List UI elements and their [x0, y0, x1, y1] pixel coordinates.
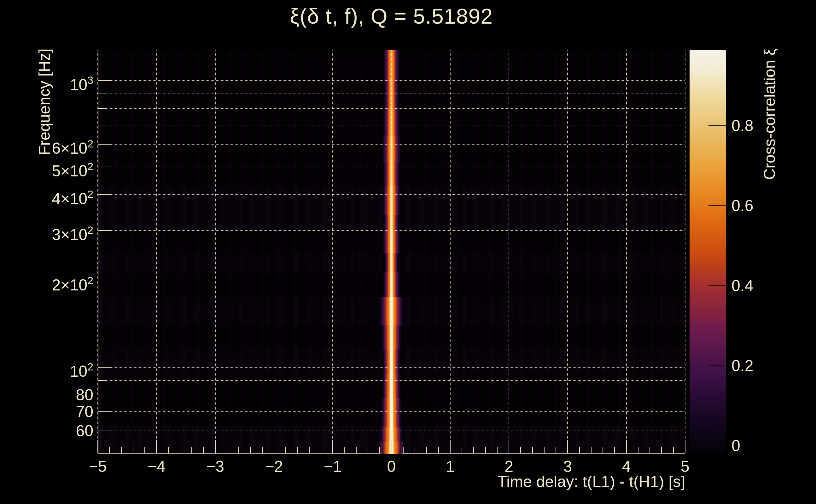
y-minor-tick — [98, 380, 106, 381]
x-tick-label: 1 — [425, 457, 475, 476]
x-minor-tick — [497, 447, 497, 453]
x-minor-tick — [144, 447, 145, 453]
x-minor-tick — [121, 447, 122, 453]
x-minor-tick — [191, 447, 192, 453]
x-tick-label: 5 — [660, 457, 710, 476]
y-gridline — [98, 367, 685, 368]
x-minor-tick — [650, 447, 650, 453]
x-major-tick — [332, 440, 333, 453]
y-gridline — [98, 431, 685, 431]
x-minor-tick — [520, 447, 521, 453]
x-minor-tick — [133, 447, 133, 453]
y-minor-tick — [98, 94, 106, 94]
y-gridline — [98, 281, 685, 281]
x-minor-tick — [368, 447, 368, 453]
x-major-tick — [450, 440, 451, 453]
colorbar — [690, 50, 726, 454]
y-gridline — [98, 125, 685, 125]
y-tick-label: 3×102 — [13, 221, 93, 240]
x-minor-tick — [532, 447, 533, 453]
x-minor-tick — [297, 447, 298, 453]
x-minor-tick — [438, 447, 439, 453]
y-major-tick — [98, 194, 112, 195]
x-minor-tick — [168, 447, 169, 453]
y-gridline — [98, 144, 685, 145]
x-major-tick — [685, 440, 686, 453]
x-minor-tick — [661, 447, 662, 453]
y-minor-tick — [98, 108, 106, 109]
x-gridline — [332, 50, 333, 453]
y-tick-exponent: 3 — [87, 74, 93, 86]
x-gridline — [156, 50, 157, 453]
y-gridline — [98, 94, 685, 94]
y-gridline — [98, 167, 685, 167]
x-minor-tick — [579, 447, 580, 453]
x-minor-tick — [462, 447, 462, 453]
x-tick-label: −2 — [249, 457, 299, 476]
colorbar-tick — [709, 365, 726, 366]
x-major-tick — [97, 440, 98, 453]
colorbar-tick-label: 0 — [732, 436, 807, 455]
x-gridline — [450, 50, 451, 453]
x-minor-tick — [591, 447, 591, 453]
x-minor-tick — [309, 447, 310, 453]
colorbar-tick — [709, 125, 726, 126]
y-tick-label: 80 — [13, 386, 93, 404]
y-tick-exponent: 2 — [87, 160, 93, 172]
y-major-tick — [98, 80, 112, 81]
x-tick-label: −4 — [131, 457, 181, 476]
x-gridline — [391, 50, 392, 453]
colorbar-tick-label: 0.4 — [732, 276, 807, 295]
y-gridline — [98, 230, 685, 231]
x-major-tick — [215, 440, 216, 453]
x-tick-label: 4 — [601, 457, 652, 476]
y-tick-exponent: 2 — [87, 224, 93, 236]
y-gridline — [98, 411, 685, 412]
x-major-tick — [274, 440, 274, 453]
x-minor-tick — [544, 447, 544, 453]
colorbar-tick-label: 0.8 — [732, 116, 807, 135]
x-tick-label: −5 — [72, 457, 123, 476]
y-major-tick — [98, 395, 112, 395]
x-gridline — [274, 50, 274, 453]
x-minor-tick — [321, 447, 321, 453]
y-tick-label: 60 — [13, 421, 93, 440]
x-minor-tick — [227, 447, 227, 453]
y-tick-exponent: 2 — [87, 361, 93, 373]
y-gridline — [98, 80, 685, 81]
x-major-tick — [391, 440, 392, 453]
x-gridline — [215, 50, 216, 453]
y-tick-label: 4×102 — [13, 185, 93, 204]
x-minor-tick — [638, 447, 639, 453]
x-minor-tick — [262, 447, 263, 453]
y-tick-label: 102 — [13, 358, 93, 377]
x-gridline — [685, 50, 686, 453]
x-minor-tick — [473, 447, 474, 453]
x-minor-tick — [285, 447, 286, 453]
x-minor-tick — [415, 447, 415, 453]
y-tick-label: 103 — [13, 71, 93, 90]
y-tick-exponent: 2 — [87, 138, 93, 150]
y-major-tick — [98, 230, 112, 231]
y-gridline — [98, 380, 685, 381]
x-tick-label: 2 — [484, 457, 534, 476]
figure-canvas: ξ(δ t, f), Q = 5.51892 Time delay: t(L1)… — [0, 0, 816, 504]
y-tick-label: 2×102 — [13, 272, 93, 290]
x-tick-label: 0 — [366, 457, 417, 476]
y-minor-tick — [98, 125, 106, 125]
x-minor-tick — [356, 447, 357, 453]
x-gridline — [97, 50, 98, 453]
x-major-tick — [508, 440, 509, 453]
y-gridline — [98, 395, 685, 395]
y-tick-label: 5×102 — [13, 157, 93, 176]
colorbar-tick-label: 0.6 — [732, 196, 807, 215]
plot-title: ξ(δ t, f), Q = 5.51892 — [0, 4, 783, 28]
x-tick-label: −1 — [308, 457, 358, 476]
x-minor-tick — [239, 447, 239, 453]
x-gridline — [508, 50, 509, 453]
x-minor-tick — [555, 447, 556, 453]
x-minor-tick — [426, 447, 427, 453]
x-minor-tick — [485, 447, 486, 453]
x-minor-tick — [673, 447, 674, 453]
y-major-tick — [98, 431, 112, 431]
